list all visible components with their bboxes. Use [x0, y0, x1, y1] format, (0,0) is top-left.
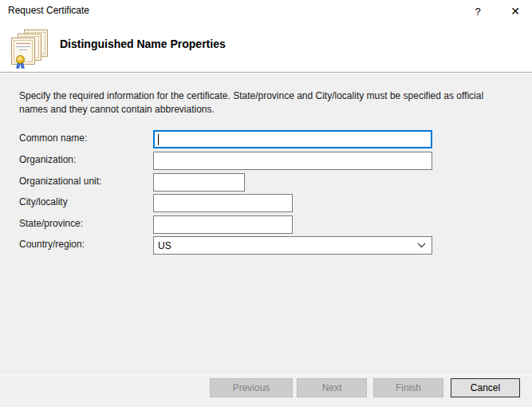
country-region-label: Country/region: — [19, 239, 85, 250]
page-title: Distinguished Name Properties — [60, 38, 226, 50]
organizational-unit-input[interactable] — [153, 173, 245, 192]
wizard-header: Distinguished Name Properties — [0, 24, 532, 73]
close-icon: ✕ — [510, 5, 520, 18]
country-region-value: US — [158, 240, 171, 251]
footer-divider — [0, 374, 532, 375]
previous-button[interactable]: Previous — [210, 378, 293, 397]
certificates-stack-icon — [10, 30, 51, 71]
instructions-text: Specify the required information for the… — [19, 89, 486, 117]
city-locality-input[interactable] — [153, 194, 293, 212]
state-province-label: State/province: — [19, 218, 83, 229]
organizational-unit-label: Organizational unit: — [19, 176, 101, 187]
organization-label: Organization: — [19, 154, 76, 165]
titlebar: Request Certificate ? ✕ — [0, 0, 532, 24]
country-region-select[interactable]: US — [153, 236, 432, 255]
finish-button[interactable]: Finish — [373, 378, 443, 397]
help-icon: ? — [475, 6, 480, 18]
cancel-button[interactable]: Cancel — [451, 378, 520, 397]
text-caret — [158, 134, 159, 145]
window-title: Request Certificate — [8, 5, 89, 16]
chevron-down-icon — [417, 242, 426, 248]
common-name-input[interactable] — [153, 130, 432, 148]
next-button[interactable]: Next — [297, 378, 367, 397]
city-locality-label: City/locality — [19, 196, 68, 207]
close-button[interactable]: ✕ — [503, 1, 527, 22]
request-certificate-dialog: Request Certificate ? ✕ Distinguished Na… — [0, 0, 532, 407]
common-name-label: Common name: — [19, 132, 87, 144]
state-province-input[interactable] — [153, 215, 293, 234]
help-button[interactable]: ? — [466, 1, 490, 22]
organization-input[interactable] — [153, 152, 432, 170]
gold-seal-icon — [16, 55, 25, 64]
